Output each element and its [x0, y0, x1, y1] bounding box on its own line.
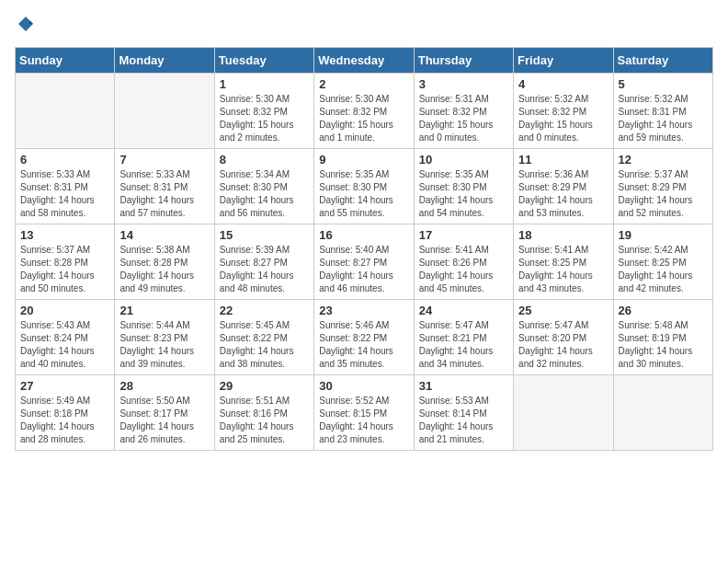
day-number: 20: [20, 304, 109, 317]
day-info: Sunrise: 5:35 AMSunset: 8:30 PMDaylight:…: [319, 168, 408, 220]
calendar-cell: 29Sunrise: 5:51 AMSunset: 8:16 PMDayligh…: [214, 375, 313, 451]
calendar-cell: 5Sunrise: 5:32 AMSunset: 8:31 PMDaylight…: [613, 74, 712, 149]
day-number: 3: [419, 77, 508, 91]
day-number: 23: [319, 304, 408, 317]
day-info: Sunrise: 5:44 AMSunset: 8:23 PMDaylight:…: [119, 319, 209, 371]
calendar-header-row: SundayMondayTuesdayWednesdayThursdayFrid…: [16, 48, 713, 74]
calendar-cell: 7Sunrise: 5:33 AMSunset: 8:31 PMDaylight…: [115, 149, 214, 224]
calendar-week-row: 20Sunrise: 5:43 AMSunset: 8:24 PMDayligh…: [16, 300, 713, 375]
day-info: Sunrise: 5:34 AMSunset: 8:30 PMDaylight:…: [220, 168, 309, 220]
day-number: 22: [220, 304, 309, 317]
day-number: 9: [319, 153, 408, 167]
calendar-cell: 27Sunrise: 5:49 AMSunset: 8:18 PMDayligh…: [16, 375, 115, 451]
day-number: 15: [220, 228, 309, 242]
calendar-cell: 11Sunrise: 5:36 AMSunset: 8:29 PMDayligh…: [514, 149, 613, 224]
day-info: Sunrise: 5:32 AMSunset: 8:31 PMDaylight:…: [619, 93, 708, 144]
day-number: 11: [518, 153, 608, 167]
day-number: 10: [419, 153, 508, 167]
calendar-cell: 6Sunrise: 5:33 AMSunset: 8:31 PMDaylight…: [16, 149, 115, 224]
day-number: 13: [20, 228, 109, 242]
calendar-cell: 28Sunrise: 5:50 AMSunset: 8:17 PMDayligh…: [115, 375, 214, 451]
day-info: Sunrise: 5:31 AMSunset: 8:32 PMDaylight:…: [419, 93, 508, 144]
day-number: 16: [319, 228, 408, 242]
day-number: 17: [419, 228, 508, 242]
day-info: Sunrise: 5:41 AMSunset: 8:25 PMDaylight:…: [518, 244, 608, 295]
logo: [15, 15, 35, 38]
day-number: 25: [518, 304, 608, 317]
calendar-cell: 22Sunrise: 5:45 AMSunset: 8:22 PMDayligh…: [214, 300, 313, 375]
day-info: Sunrise: 5:46 AMSunset: 8:22 PMDaylight:…: [319, 319, 408, 371]
day-info: Sunrise: 5:52 AMSunset: 8:15 PMDaylight:…: [319, 395, 408, 446]
day-info: Sunrise: 5:33 AMSunset: 8:31 PMDaylight:…: [119, 168, 209, 220]
calendar-cell: 23Sunrise: 5:46 AMSunset: 8:22 PMDayligh…: [314, 300, 414, 375]
day-info: Sunrise: 5:40 AMSunset: 8:27 PMDaylight:…: [319, 244, 408, 295]
day-info: Sunrise: 5:43 AMSunset: 8:24 PMDaylight:…: [20, 319, 109, 371]
day-info: Sunrise: 5:53 AMSunset: 8:14 PMDaylight:…: [419, 395, 508, 446]
calendar-cell: 21Sunrise: 5:44 AMSunset: 8:23 PMDayligh…: [115, 300, 214, 375]
calendar-cell: 31Sunrise: 5:53 AMSunset: 8:14 PMDayligh…: [414, 375, 513, 451]
calendar-cell: 10Sunrise: 5:35 AMSunset: 8:30 PMDayligh…: [414, 149, 513, 224]
calendar-week-row: 13Sunrise: 5:37 AMSunset: 8:28 PMDayligh…: [16, 224, 713, 300]
day-info: Sunrise: 5:42 AMSunset: 8:25 PMDaylight:…: [619, 244, 708, 295]
day-number: 24: [419, 304, 508, 317]
page-header: [15, 15, 713, 38]
calendar-cell: 16Sunrise: 5:40 AMSunset: 8:27 PMDayligh…: [314, 224, 414, 300]
day-info: Sunrise: 5:47 AMSunset: 8:20 PMDaylight:…: [518, 319, 608, 371]
calendar-cell: 15Sunrise: 5:39 AMSunset: 8:27 PMDayligh…: [214, 224, 313, 300]
day-number: 12: [619, 153, 708, 167]
calendar-day-header: Wednesday: [314, 48, 414, 74]
calendar-body: 1Sunrise: 5:30 AMSunset: 8:32 PMDaylight…: [16, 74, 713, 451]
day-info: Sunrise: 5:49 AMSunset: 8:18 PMDaylight:…: [20, 395, 109, 446]
day-info: Sunrise: 5:36 AMSunset: 8:29 PMDaylight:…: [518, 168, 608, 220]
day-number: 30: [319, 379, 408, 393]
day-info: Sunrise: 5:35 AMSunset: 8:30 PMDaylight:…: [419, 168, 508, 220]
calendar-table: SundayMondayTuesdayWednesdayThursdayFrid…: [15, 47, 713, 451]
day-info: Sunrise: 5:47 AMSunset: 8:21 PMDaylight:…: [419, 319, 508, 371]
day-number: 31: [419, 379, 508, 393]
calendar-week-row: 27Sunrise: 5:49 AMSunset: 8:18 PMDayligh…: [16, 375, 713, 451]
day-number: 7: [119, 153, 209, 167]
calendar-cell: 4Sunrise: 5:32 AMSunset: 8:32 PMDaylight…: [514, 74, 613, 149]
day-info: Sunrise: 5:41 AMSunset: 8:26 PMDaylight:…: [419, 244, 508, 295]
day-info: Sunrise: 5:45 AMSunset: 8:22 PMDaylight:…: [220, 319, 309, 371]
calendar-cell: [16, 74, 115, 149]
day-info: Sunrise: 5:37 AMSunset: 8:28 PMDaylight:…: [20, 244, 109, 295]
calendar-cell: 8Sunrise: 5:34 AMSunset: 8:30 PMDaylight…: [214, 149, 313, 224]
calendar-cell: 30Sunrise: 5:52 AMSunset: 8:15 PMDayligh…: [314, 375, 414, 451]
calendar-day-header: Saturday: [613, 48, 712, 74]
day-info: Sunrise: 5:30 AMSunset: 8:32 PMDaylight:…: [220, 93, 309, 144]
calendar-cell: 17Sunrise: 5:41 AMSunset: 8:26 PMDayligh…: [414, 224, 513, 300]
day-info: Sunrise: 5:30 AMSunset: 8:32 PMDaylight:…: [319, 93, 408, 144]
day-number: 21: [119, 304, 209, 317]
calendar-week-row: 6Sunrise: 5:33 AMSunset: 8:31 PMDaylight…: [16, 149, 713, 224]
calendar-cell: 3Sunrise: 5:31 AMSunset: 8:32 PMDaylight…: [414, 74, 513, 149]
day-info: Sunrise: 5:38 AMSunset: 8:28 PMDaylight:…: [119, 244, 209, 295]
calendar-cell: 2Sunrise: 5:30 AMSunset: 8:32 PMDaylight…: [314, 74, 414, 149]
day-number: 5: [619, 77, 708, 91]
calendar-cell: 25Sunrise: 5:47 AMSunset: 8:20 PMDayligh…: [514, 300, 613, 375]
day-number: 14: [119, 228, 209, 242]
day-number: 28: [119, 379, 209, 393]
day-info: Sunrise: 5:32 AMSunset: 8:32 PMDaylight:…: [518, 93, 608, 144]
calendar-day-header: Tuesday: [214, 48, 313, 74]
calendar-day-header: Friday: [514, 48, 613, 74]
calendar-cell: 19Sunrise: 5:42 AMSunset: 8:25 PMDayligh…: [613, 224, 712, 300]
day-number: 8: [220, 153, 309, 167]
day-number: 4: [518, 77, 608, 91]
day-info: Sunrise: 5:37 AMSunset: 8:29 PMDaylight:…: [619, 168, 708, 220]
day-number: 19: [619, 228, 708, 242]
day-info: Sunrise: 5:33 AMSunset: 8:31 PMDaylight:…: [20, 168, 109, 220]
day-number: 2: [319, 77, 408, 91]
calendar-cell: 1Sunrise: 5:30 AMSunset: 8:32 PMDaylight…: [214, 74, 313, 149]
calendar-cell: 24Sunrise: 5:47 AMSunset: 8:21 PMDayligh…: [414, 300, 513, 375]
calendar-cell: [613, 375, 712, 451]
calendar-cell: 20Sunrise: 5:43 AMSunset: 8:24 PMDayligh…: [16, 300, 115, 375]
calendar-cell: [115, 74, 214, 149]
day-number: 18: [518, 228, 608, 242]
calendar-cell: 18Sunrise: 5:41 AMSunset: 8:25 PMDayligh…: [514, 224, 613, 300]
day-number: 27: [20, 379, 109, 393]
calendar-cell: 12Sunrise: 5:37 AMSunset: 8:29 PMDayligh…: [613, 149, 712, 224]
calendar-day-header: Thursday: [414, 48, 513, 74]
day-number: 29: [220, 379, 309, 393]
calendar-cell: 13Sunrise: 5:37 AMSunset: 8:28 PMDayligh…: [16, 224, 115, 300]
